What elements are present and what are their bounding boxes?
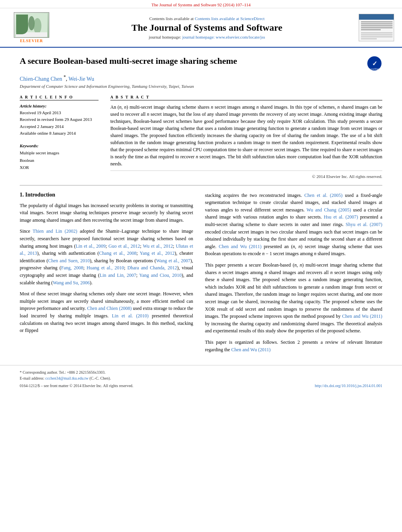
chang-ref[interactable]: Chang et al., 2008 [99,250,136,256]
shared-word: shared [110,133,123,138]
keyword-3: XOR [20,164,99,171]
elsevier-logo-image [14,12,49,38]
abstract-text: An (n, n) multi-secret image sharing sch… [110,104,382,167]
right-para-3: This paper is organized as follows. Sect… [205,339,382,353]
thien-lin-ref[interactable]: Thien and Lin (2002) [33,228,77,234]
doi-link[interactable]: http://dx.doi.org/10.1016/j.jss.2014.01.… [315,384,382,388]
chen-wu-ref[interactable]: Chen and Wu (2011) [219,244,262,249]
date-accepted: Accepted 2 January 2014 [20,123,99,130]
keywords-list: Multiple secret images Boolean XOR [20,149,99,171]
svg-rect-5 [359,14,394,20]
elsevier-logo: ELSEVIER [8,12,55,43]
wu-chang-ref[interactable]: Wu and Chang (2005) [307,207,351,213]
guo-ref[interactable]: Guo et al., 2012 [108,243,140,249]
intro-para-1: The popularity of digital images has inc… [20,202,193,224]
fang-ref[interactable]: Fang, 2008 [61,265,83,271]
keyword-2: Boolean [20,157,99,164]
article-info-abstract-section: A R T I C L E I N F O Article history: R… [20,95,382,179]
elsevier-logo-section: ELSEVIER [8,12,55,43]
svg-rect-11 [361,29,381,30]
section-divider [20,185,382,185]
keywords-section: Keywords: Multiple secret images Boolean… [20,143,99,171]
intro-right-col: stacking acquires the two reconstructed … [205,192,382,357]
date-received: Received 19 April 2013 [20,109,99,117]
intro-heading: 1. Introduction [20,192,193,198]
author-1-link[interactable]: Chien-Chang Chen [20,76,62,82]
dhara-ref[interactable]: Dhara and Chanda, 2012 [127,265,177,271]
homepage-line: journal homepage: journal homepage: www.… [55,35,359,39]
svg-rect-8 [361,23,393,24]
intro-para-3: Most of these secret image sharing schem… [20,290,193,334]
journal-ref-text: The Journal of Systems and Software 92 (… [151,2,250,7]
svg-point-1 [19,17,28,34]
wang-su-ref[interactable]: Wang and Su, 2006 [53,280,90,285]
svg-rect-12 [361,32,393,33]
and-word-2: and [186,272,193,278]
svg-rect-4 [16,32,47,37]
yang-ref[interactable]: Yang et al., 2012 [140,250,175,256]
elsevier-text: ELSEVIER [20,39,43,43]
author-1-sup: * [63,74,66,80]
intro-para-2: Since Thien and Lin (2002) adopted the S… [20,228,193,286]
article-dates: Received 19 April 2013 Received in revis… [20,109,99,137]
cover-image [359,14,394,41]
footnote-star-text: * Corresponding author. Tel.: +886 2 262… [20,370,106,374]
article-title-section: A secure Boolean-based multi-secret imag… [20,56,382,71]
wu-ref[interactable]: Wu et al., 2012 [143,243,173,249]
chen-wu-2011-ref2[interactable]: Chen and Wu (2011) [342,313,382,319]
journal-title: The Journal of Systems and Software [55,22,359,33]
lin-lin-ref[interactable]: Lin and Lin, 2007 [100,272,136,278]
journal-header: ELSEVIER Contents lists available at Con… [0,8,402,48]
right-para-2: This paper presents a secure Boolean-bas… [205,261,382,335]
keyword-1: Multiple secret images [20,149,99,157]
article-info-col: A R T I C L E I N F O Article history: R… [20,95,99,179]
chen-suen-ref[interactable]: Chen and Suen, 2010 [48,258,90,263]
and-word-right: and [298,270,304,275]
copyright-line: © 2014 Elsevier Inc. All rights reserved… [110,171,382,179]
svg-rect-9 [361,25,393,26]
introduction-section: 1. Introduction The popularity of digita… [20,192,382,357]
contents-available-line: Contents lists available at Contents lis… [55,16,359,21]
abstract-col: A B S T R A C T An (n, n) multi-secret i… [110,95,382,179]
svg-rect-15 [361,38,377,39]
huang-ref[interactable]: Huang et al., 2010 [87,265,124,271]
svg-text:CrossMark: CrossMark [369,68,380,70]
svg-point-3 [34,18,41,34]
homepage-link[interactable]: journal homepage: www.elsevier.com/locat… [182,35,265,39]
svg-rect-13 [361,34,393,35]
article-body: A secure Boolean-based multi-secret imag… [0,48,402,365]
journal-cover-thumbnail [359,14,394,41]
footnote-text: * Corresponding author. Tel.: +886 2 262… [20,369,382,381]
article-affiliation: Department of Computer Science and Infor… [20,84,382,89]
chen-wu-2011-ref3[interactable]: Chen and Wu (2011) [231,347,271,352]
author-2-link[interactable]: Wei-Jie Wu [69,76,94,82]
crossmark-icon[interactable]: ✓ CrossMark [367,56,382,71]
svg-text:✓: ✓ [372,60,377,67]
lin-ref[interactable]: Lin et al., 2009 [76,243,106,249]
footnote-email-label: E-mail address: [20,376,44,380]
footnote-name: (C.-C. Chen). [89,376,111,380]
and-word-right2: and [248,284,254,290]
yang-ciou-ref[interactable]: Yang and Ciou, 2010 [139,272,181,278]
svg-rect-7 [361,21,393,22]
chen-chien-ref[interactable]: Chen and Chien (2008) [87,306,132,311]
journal-header-center: Contents lists available at Contents lis… [55,16,359,39]
shyu-ref[interactable]: Shyu et al. (2007) [346,222,382,227]
abstract-label: A B S T R A C T [110,95,382,100]
chen-2005-ref[interactable]: Chen et al. (2005) [304,193,342,198]
footer-bottom: 0164-1212/$ – see front matter © 2014 El… [20,384,382,388]
wang-ref[interactable]: Wang et al., 2007 [156,258,190,263]
sciencedirect-link[interactable]: Contents lists available at ScienceDirec… [195,16,264,21]
intro-section-num: 1. [20,192,24,198]
article-authors: Chien-Chang Chen *, Wei-Jie Wu [20,74,382,82]
existing-word: existing [339,111,354,117]
date-revised: Received in revised form 29 August 2013 [20,116,99,123]
intro-left-col: 1. Introduction The popularity of digita… [20,192,193,357]
lin-2010-ref[interactable]: Lin et al. (2010) [112,313,149,319]
article-info-label: A R T I C L E I N F O [20,95,99,100]
article-title: A secure Boolean-based multi-secret imag… [20,56,363,67]
footnote-email[interactable]: ccchen34@mail.tku.edu.tw [45,376,88,380]
keywords-label: Keywords: [20,143,99,148]
issn-text: 0164-1212/$ – see front matter © 2014 El… [20,384,133,388]
hsu-ref[interactable]: Hsu et al. (2007) [324,214,358,220]
